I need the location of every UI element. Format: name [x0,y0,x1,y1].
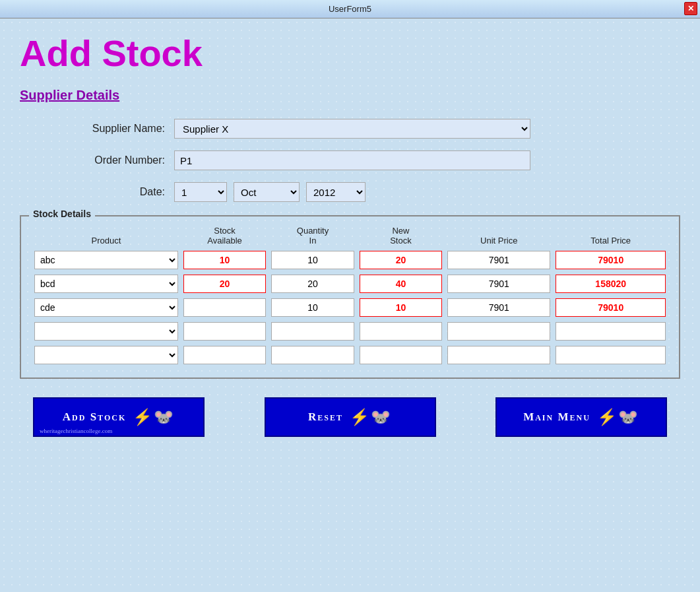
quantity-in-3[interactable] [271,322,354,341]
quantity-in-4[interactable] [271,346,354,364]
main-content: Add Stock Supplier Details Supplier Name… [0,18,700,592]
order-number-input[interactable] [174,150,530,170]
product-select-0[interactable]: abc [34,251,178,269]
col-header-product: Product [32,223,181,248]
col-header-stock-available: StockAvailable [181,223,269,248]
table-row [32,319,668,343]
total-price-1[interactable] [556,275,666,293]
order-number-row: Order Number: [59,150,680,170]
title-bar: UserForm5 ✕ [0,0,700,18]
table-row: cde [32,296,668,319]
stock-available-0[interactable] [183,251,266,269]
total-price-3[interactable] [556,322,666,341]
product-select-4[interactable] [34,346,178,364]
total-price-0[interactable] [556,251,666,269]
table-row: abc [32,248,668,272]
new-stock-4[interactable] [360,346,442,364]
date-year-select[interactable]: 2012 [306,182,366,202]
unit-price-3[interactable] [447,322,550,341]
product-select-3[interactable] [34,322,178,341]
stock-available-3[interactable] [183,322,266,341]
col-header-unit-price: Unit Price [445,223,553,248]
main-menu-label: Main Menu [523,411,590,424]
close-button[interactable]: ✕ [684,2,697,15]
quantity-in-2[interactable] [271,298,354,317]
main-menu-button[interactable]: Main Menu ⚡🐭 [495,397,667,437]
col-header-total-price: Total Price [553,223,668,248]
pikachu-icon-reset: ⚡🐭 [350,408,392,426]
date-month-select[interactable]: Oct [234,182,300,202]
add-stock-button[interactable]: Add Stock ⚡🐭 wheritagechristiancollege.c… [33,397,205,437]
supplier-name-select[interactable]: Supplier X [174,119,530,139]
stock-available-1[interactable] [183,275,266,293]
stock-table: Product StockAvailable QuantityIn NewSto… [32,223,668,367]
new-stock-1[interactable] [360,275,442,293]
date-day-select[interactable]: 1 [174,182,227,202]
reset-label: Reset [308,411,343,424]
add-stock-label: Add Stock [63,411,126,424]
stock-available-4[interactable] [183,346,266,364]
table-row [32,343,668,367]
unit-price-2[interactable] [447,298,550,317]
stock-details-box: Stock Details Product StockAvailable Qua… [20,215,680,379]
page-title: Add Stock [20,32,680,75]
product-select-1[interactable]: bcd [34,275,178,293]
col-header-new-stock: NewStock [357,223,445,248]
table-row: bcd [32,272,668,296]
pikachu-icon-menu: ⚡🐭 [597,408,639,426]
date-label: Date: [59,186,165,198]
reset-button[interactable]: Reset ⚡🐭 [265,397,436,437]
pikachu-icon-add: ⚡🐭 [133,408,175,426]
date-row: Date: 1 Oct 2012 [59,182,680,202]
title-bar-text: UserForm5 [329,4,371,14]
add-stock-subtitle: wheritagechristiancollege.com [40,428,112,434]
supplier-details-heading: Supplier Details [20,88,680,103]
unit-price-4[interactable] [447,346,550,364]
total-price-2[interactable] [556,298,666,317]
supplier-name-label: Supplier Name: [59,123,165,135]
quantity-in-0[interactable] [271,251,354,269]
stock-available-2[interactable] [183,298,266,317]
new-stock-0[interactable] [360,251,442,269]
order-number-label: Order Number: [59,154,165,166]
quantity-in-1[interactable] [271,275,354,293]
new-stock-2[interactable] [360,298,442,317]
total-price-4[interactable] [556,346,666,364]
product-select-2[interactable]: cde [34,298,178,317]
unit-price-1[interactable] [447,275,550,293]
stock-details-legend: Stock Details [29,209,95,219]
buttons-row: Add Stock ⚡🐭 wheritagechristiancollege.c… [20,397,680,437]
new-stock-3[interactable] [360,322,442,341]
supplier-name-row: Supplier Name: Supplier X [59,119,680,139]
unit-price-0[interactable] [447,251,550,269]
col-header-quantity-in: QuantityIn [269,223,356,248]
